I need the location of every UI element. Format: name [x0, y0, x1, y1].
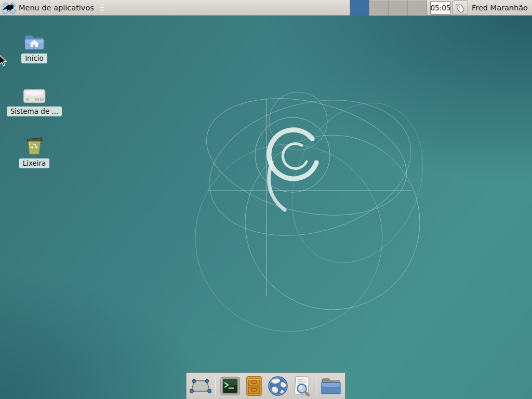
mouse-cursor	[0, 55, 9, 68]
desktop-icon-filesystem[interactable]: Sistema de ...	[9, 83, 59, 116]
dock-separator	[316, 376, 316, 396]
panel-grip-handle[interactable]	[99, 3, 105, 12]
top-panel: Menu de aplicativos 05:05 Fred Maranhão	[0, 0, 532, 16]
workspace-cell-4[interactable]	[408, 0, 427, 16]
dock-search-button[interactable]	[291, 375, 312, 397]
applications-menu-button[interactable]: Menu de aplicativos	[0, 0, 108, 16]
workspace-cell-1[interactable]	[350, 0, 369, 16]
trash-icon	[24, 135, 45, 156]
search-document-icon	[291, 376, 312, 396]
workspace-cell-2[interactable]	[369, 0, 389, 16]
clock[interactable]: 05:05	[430, 1, 451, 15]
xfce-mouse-logo-icon	[2, 2, 16, 14]
home-folder-icon	[24, 30, 45, 51]
terminal-icon	[220, 376, 241, 396]
applications-menu-label: Menu de aplicativos	[19, 4, 94, 12]
clock-time: 05:05	[431, 4, 451, 12]
dock-show-desktop-button[interactable]	[190, 375, 211, 397]
folder-icon	[320, 377, 342, 395]
dock-separator	[215, 376, 216, 396]
workspace-switcher[interactable]	[350, 0, 427, 16]
logged-in-user[interactable]: Fred Maranhão	[472, 4, 528, 12]
desktop-icon-label: Início	[21, 54, 47, 63]
file-cabinet-icon	[245, 376, 263, 396]
globe-icon	[268, 376, 288, 396]
workspace-cell-3[interactable]	[389, 0, 408, 16]
mouse-icon	[455, 3, 466, 13]
dock-web-browser-button[interactable]	[267, 375, 288, 397]
desktop-icon-home[interactable]: Início	[9, 30, 59, 63]
harddisk-icon	[22, 83, 46, 104]
debian-xfce-desktop: Menu de aplicativos 05:05 Fred Maranhão	[0, 0, 532, 399]
debian-swirl-wallpaper	[0, 16, 532, 399]
mouse-plugin-button[interactable]	[453, 1, 468, 15]
dock-file-cabinet-button[interactable]	[243, 375, 264, 397]
bottom-dock-panel	[186, 373, 345, 399]
desktop-icon-trash[interactable]: Lixeira	[9, 135, 59, 168]
desktop-icon-label: Lixeira	[19, 158, 50, 168]
dock-terminal-button[interactable]	[219, 375, 241, 397]
desktop-area[interactable]: Início Sistema de ...	[0, 16, 532, 399]
show-desktop-icon	[190, 377, 211, 395]
desktop-icon-label: Sistema de ...	[7, 107, 62, 116]
dock-file-manager-button[interactable]	[320, 375, 342, 397]
